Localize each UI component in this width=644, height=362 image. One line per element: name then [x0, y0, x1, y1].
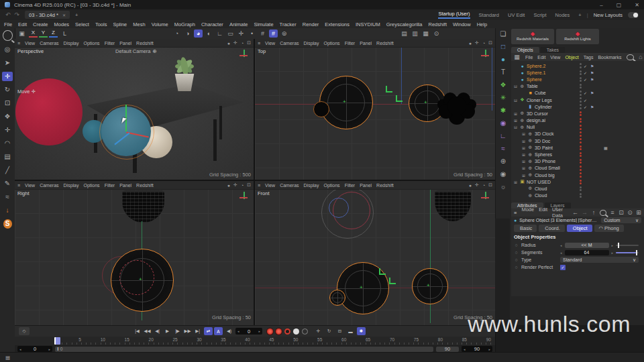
visibility-dots[interactable] — [580, 159, 582, 164]
viewport-canvas[interactable]: Front + + Grid Spacing : 50 — [255, 189, 495, 325]
menu-item[interactable]: Extensions — [325, 21, 350, 27]
visibility-dots[interactable] — [580, 104, 582, 109]
menu-item[interactable]: Edit — [18, 21, 27, 27]
radius-slider[interactable] — [616, 245, 639, 246]
hamburger-icon[interactable]: ≡ — [514, 210, 517, 216]
viewport-menu-item[interactable]: Options — [84, 183, 100, 188]
menu-item[interactable]: Mesh — [133, 21, 145, 27]
key-dot-icon[interactable]: ○ — [514, 257, 519, 262]
object-row[interactable]: ▮ Cylinder ✓ ⚑ — [511, 103, 644, 110]
viewport-menu-item[interactable]: Cameras — [280, 41, 299, 46]
expand-toggle-icon[interactable]: ⊞ — [521, 159, 526, 164]
menu-item[interactable]: Tracker — [280, 21, 297, 27]
layout-item[interactable]: Startup (User) — [438, 11, 470, 19]
visibility-dots[interactable] — [580, 84, 582, 89]
menu-item[interactable]: Help — [477, 21, 487, 27]
spin-up-icon[interactable]: ▸ — [612, 251, 614, 255]
cube-primitive-icon[interactable]: □ — [498, 42, 508, 52]
sketch-icon[interactable]: ≈ — [2, 192, 13, 202]
back-icon[interactable]: ← — [572, 208, 578, 217]
enabled-check-icon[interactable]: ✓ — [584, 98, 588, 103]
magnet-button[interactable]: ⊚ — [280, 29, 288, 38]
object-name[interactable]: Cloner Legs — [527, 98, 552, 103]
enabled-check-icon[interactable]: ✓ — [584, 70, 588, 75]
viewport-menu-item[interactable]: Cameras — [280, 183, 299, 188]
text-tool-icon[interactable]: T — [498, 68, 508, 77]
prev-frame-button[interactable]: ◀| — [153, 327, 162, 335]
search-icon[interactable] — [3, 30, 13, 41]
viewport-menu-item[interactable]: Options — [84, 41, 100, 46]
viewport-menu-item[interactable]: Filter — [105, 41, 115, 46]
search-icon[interactable] — [600, 210, 606, 216]
spin-up-icon[interactable]: ▸ — [612, 243, 614, 247]
goto-start-button[interactable]: |◀ — [133, 327, 142, 335]
key-dot-icon[interactable]: ○ — [514, 250, 519, 255]
menu-item[interactable]: INSYDIUM — [356, 21, 380, 27]
object-row[interactable]: ● Sphere.2 ✓ ⚑ — [511, 62, 644, 69]
section-title[interactable]: Object Properties — [511, 233, 644, 241]
pan-icon[interactable]: ✛ — [233, 182, 237, 188]
visibility-dots[interactable] — [580, 90, 582, 96]
spin-down-icon[interactable]: ◂ — [237, 329, 239, 333]
object-row[interactable]: ⊞ ⊕ Cloud big — [511, 172, 644, 178]
knife-icon[interactable]: ╱ — [2, 166, 13, 175]
expand-toggle-icon[interactable]: ⊞ — [513, 111, 518, 116]
fracture-icon[interactable]: ✳ — [498, 93, 508, 103]
range-slider[interactable]: ‖ 0 — [55, 347, 433, 352]
menu-item[interactable]: Select — [75, 21, 89, 27]
object-row[interactable]: ⊕ Cloud — [511, 192, 644, 199]
search-icon[interactable] — [627, 54, 634, 60]
menu-item[interactable]: Modes — [54, 21, 70, 27]
spin-down-icon[interactable]: ◂ — [560, 251, 562, 255]
om-menu-item[interactable]: Bookmarks — [598, 55, 621, 60]
next-key-button[interactable]: ▶▶ — [183, 327, 192, 335]
visibility-dots[interactable] — [580, 180, 582, 185]
filter-icon[interactable]: ≡ — [610, 208, 615, 217]
record-button[interactable] — [267, 328, 273, 335]
key-rotation-icon[interactable]: ⊡ — [335, 327, 344, 335]
viewport-menu-item[interactable]: Cameras — [40, 183, 58, 188]
render-view-button[interactable]: ◔ — [172, 29, 181, 38]
download-icon[interactable]: ↓ — [2, 206, 13, 215]
menu-item[interactable]: Redshift — [428, 21, 447, 27]
om-menu-item[interactable]: View — [550, 55, 560, 60]
axis-button[interactable]: Z — [49, 29, 58, 38]
viewport-menu-item[interactable]: View — [25, 183, 35, 188]
menu-item[interactable]: Greyscalegorilla — [386, 21, 423, 27]
expand-toggle-icon[interactable]: ⊞ — [521, 145, 526, 150]
viewport-menu-item[interactable]: Filter — [345, 41, 356, 46]
object-name[interactable]: 3D Paint — [535, 145, 553, 150]
next-frame-button[interactable]: |▶ — [173, 327, 182, 335]
viewport-menu-item[interactable]: Display — [304, 41, 319, 46]
reset-view-icon[interactable]: ◔ — [482, 183, 485, 188]
object-name[interactable]: Sphere.1 — [527, 70, 545, 75]
spline-icon[interactable]: ◉ — [498, 119, 508, 128]
status-icon[interactable]: ▦ — [5, 355, 10, 361]
range-start-field[interactable]: ◂ 0 ▸ — [17, 346, 52, 352]
light-icon[interactable]: ☼ — [498, 182, 508, 192]
render-region-button[interactable]: ◑ — [183, 29, 192, 38]
object-row[interactable]: ⊕ Cloud — [511, 185, 644, 192]
om-menu-item[interactable]: Tags — [584, 55, 594, 60]
viewport-menu-item[interactable]: Redshift — [376, 41, 394, 46]
gizmo-point-icon[interactable]: • — [248, 29, 256, 38]
viewport-menu-item[interactable]: Display — [64, 183, 79, 188]
new-layouts-toggle[interactable] — [628, 12, 639, 18]
enabled-check-icon[interactable]: ✓ — [584, 64, 588, 68]
render-settings-button[interactable]: ◐ — [205, 29, 213, 38]
extra-tag-icon[interactable]: ▦ — [604, 145, 608, 150]
reset-view-icon[interactable]: ◔ — [241, 183, 244, 188]
menu-item[interactable]: Create — [33, 21, 48, 27]
expand-toggle-icon[interactable]: ⊞ — [513, 180, 518, 184]
visibility-dots[interactable] — [580, 166, 582, 171]
deformer-icon[interactable]: ≈ — [498, 144, 508, 154]
tag-flag-icon[interactable]: ⚑ — [590, 90, 595, 95]
shading-icon[interactable]: ● — [227, 183, 230, 188]
object-row[interactable]: ■ Cube ✓ ⚑ — [511, 90, 644, 97]
settings-icon[interactable]: ⊙ — [627, 208, 633, 217]
lock-icon[interactable]: ⊡ — [619, 208, 624, 217]
preset-dropdown[interactable]: Custom ∨ — [601, 217, 641, 223]
toggle-viewport-icon[interactable]: ⊡ — [488, 40, 492, 46]
spin-up-icon[interactable]: ▸ — [258, 329, 260, 333]
cloner-icon[interactable]: ❖ — [498, 80, 508, 90]
